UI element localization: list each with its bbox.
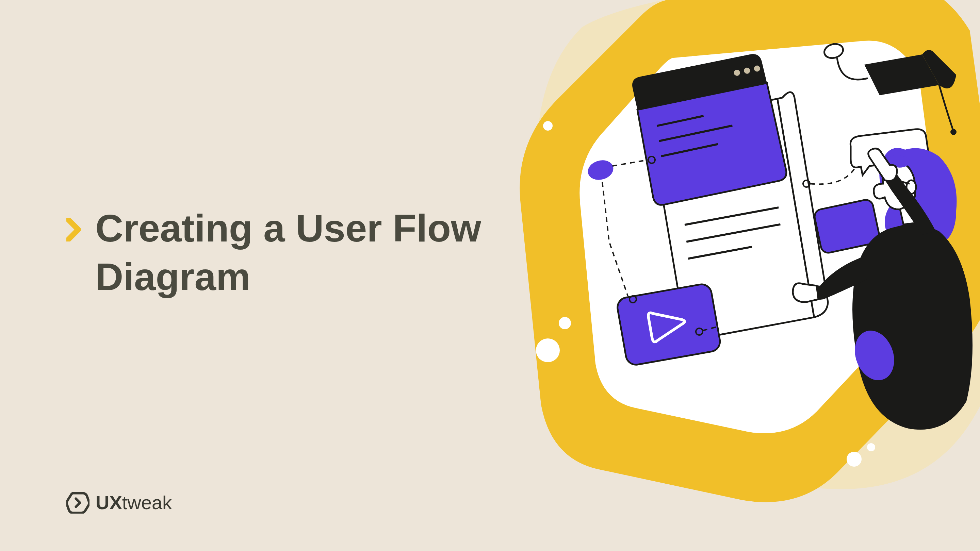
svg-point-3 — [536, 338, 560, 362]
chevron-bullet-icon — [66, 218, 82, 241]
logo-hexagon-icon — [66, 492, 89, 514]
hero-illustration — [463, 0, 980, 537]
svg-point-16 — [950, 129, 956, 135]
brand-logo: UXtweak — [66, 491, 172, 514]
svg-point-0 — [846, 452, 862, 467]
svg-point-4 — [543, 121, 553, 130]
logo-text: UXtweak — [95, 491, 172, 514]
svg-point-1 — [867, 443, 875, 451]
page-title: Creating a User Flow Diagram — [95, 204, 504, 301]
svg-point-2 — [559, 317, 571, 329]
